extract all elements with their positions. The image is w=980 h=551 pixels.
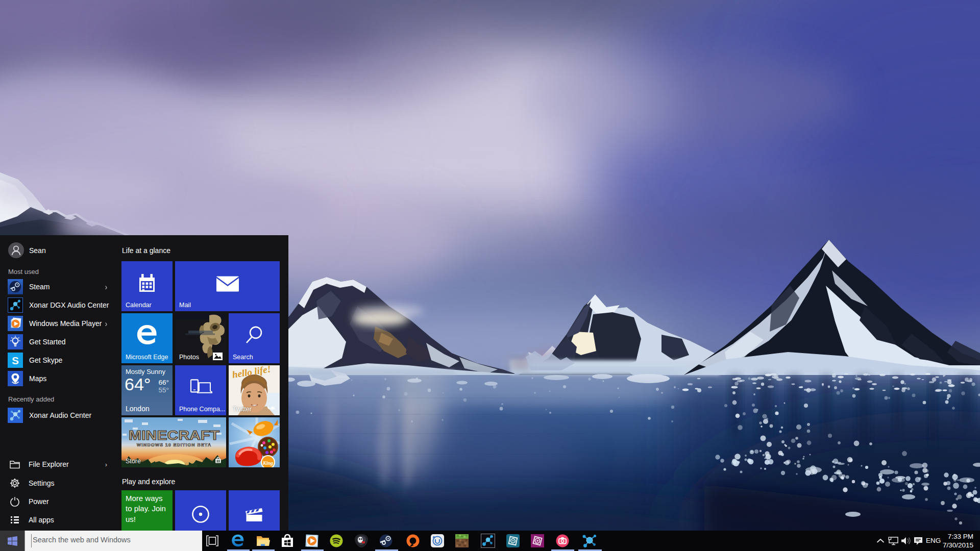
svg-text:King: King	[262, 460, 273, 466]
svg-text:WINDOWS 10 EDITION BETA: WINDOWS 10 EDITION BETA	[137, 442, 211, 447]
svg-text:MINECRAFT: MINECRAFT	[129, 428, 219, 442]
svg-text:S: S	[12, 355, 19, 366]
